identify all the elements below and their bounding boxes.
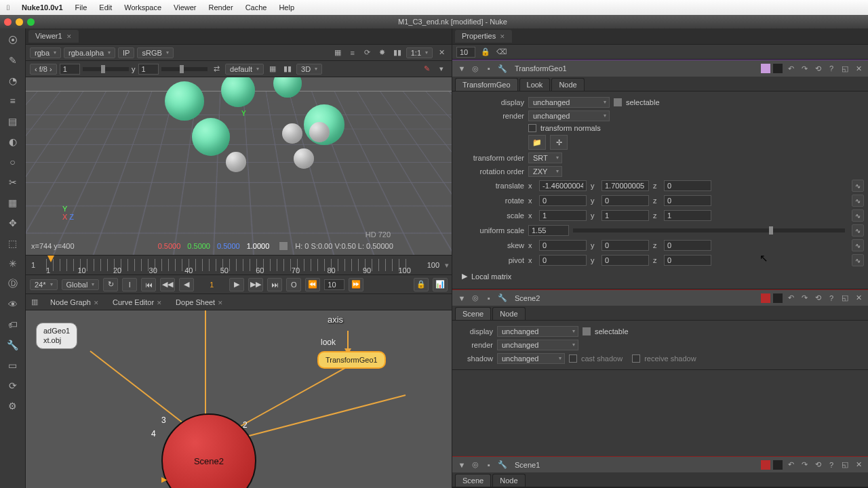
lock-icon[interactable]: 🔒 [414, 278, 429, 291]
translate-z-input[interactable] [664, 180, 711, 191]
sub-tab-node[interactable]: Node [492, 474, 525, 487]
gamma-input[interactable] [138, 64, 159, 75]
collapse-icon[interactable]: ▼ [456, 63, 467, 74]
alpha-dropdown[interactable]: rgba.alpha [64, 47, 115, 58]
sub-tab-look[interactable]: Look [519, 78, 551, 91]
node-name[interactable]: Scene1 [511, 461, 758, 469]
tool-image-icon[interactable]: ⦿ [5, 33, 20, 47]
skip-back-button[interactable]: ⏪ [305, 278, 320, 291]
skew-z-input[interactable] [664, 240, 711, 251]
channel-dropdown[interactable]: rgba [30, 47, 61, 58]
step-fwd-button[interactable]: ▶▶ [248, 278, 263, 291]
redo-icon[interactable]: ↷ [799, 63, 810, 74]
tool-filter-icon[interactable]: ◐ [5, 134, 20, 149]
help-icon[interactable]: ? [826, 293, 837, 304]
center-node-icon[interactable]: ◎ [470, 63, 481, 74]
selectable-checkbox[interactable] [583, 327, 591, 336]
tool-time-icon[interactable]: ◔ [5, 73, 20, 88]
cast-shadow-checkbox[interactable] [569, 354, 577, 363]
sub-tab-scene[interactable]: Scene [455, 474, 491, 487]
anim-menu-icon[interactable]: ∿ [852, 239, 864, 251]
tab-node-graph[interactable]: Node Graph✕ [43, 296, 106, 309]
tab-curve-editor[interactable]: Curve Editor✕ [106, 296, 169, 309]
tool-transform-icon[interactable]: ▦ [5, 195, 20, 210]
redo-icon[interactable]: ↷ [799, 460, 810, 470]
float-icon[interactable]: ◱ [840, 63, 850, 74]
node-titlebar[interactable]: ▼ ◎ ▪ 🔧 Scene1 ↶ ↷ ⟲ ? ◱ ✕ [452, 456, 868, 472]
scale-z-input[interactable] [664, 210, 711, 221]
render-dropdown[interactable]: unchanged [497, 340, 578, 350]
minimize-icon[interactable] [16, 18, 23, 26]
tile-color-swatch[interactable] [773, 293, 783, 303]
tool-all-icon[interactable]: ⚙ [5, 399, 20, 413]
pivot-y-input[interactable] [601, 255, 649, 266]
display-dropdown[interactable]: unchanged [528, 97, 610, 108]
pivot-x-input[interactable] [539, 255, 587, 266]
node-name[interactable]: TransformGeo1 [511, 64, 758, 73]
scene-sphere[interactable] [192, 118, 230, 156]
clear-panels-icon[interactable]: ⌫ [496, 46, 508, 58]
anim-menu-icon[interactable]: ∿ [852, 224, 864, 237]
node-state-icon[interactable]: ▪ [484, 293, 494, 304]
tile-color-swatch[interactable] [773, 64, 783, 73]
collapse-icon[interactable]: ▼ [456, 293, 467, 304]
scale-x-input[interactable] [539, 210, 587, 221]
timeline[interactable]: 1 100 ▾ 1102030405060708090100 [26, 255, 452, 275]
proxy-icon[interactable]: ▮▮ [281, 63, 294, 75]
rotate-x-input[interactable] [539, 195, 587, 206]
anim-menu-icon[interactable]: ∿ [852, 195, 864, 207]
viewer-canvas[interactable]: Y YX Z HD 720 x=744 y=400 0.5000 0.5000 … [26, 77, 452, 255]
dim-dropdown[interactable]: 3D [296, 64, 322, 75]
center-node-icon[interactable]: ◎ [470, 460, 481, 470]
sub-tab-node[interactable]: Node [551, 78, 584, 91]
tool-keyer-icon[interactable]: ○ [5, 155, 20, 169]
node-color-swatch[interactable] [761, 460, 770, 470]
menu-render[interactable]: Render [209, 3, 233, 12]
skip-fwd-button[interactable]: ⏩ [349, 278, 363, 291]
skew-x-input[interactable] [539, 240, 587, 251]
node-titlebar[interactable]: ▼ ◎ ▪ 🔧 TransformGeo1 ↶ ↷ ⟲ ? ◱ ✕ [452, 60, 868, 77]
uniform-scale-input[interactable] [528, 225, 569, 236]
go-first-button[interactable]: ⏮ [141, 278, 156, 291]
scene-sphere[interactable] [282, 123, 302, 144]
scene-sphere[interactable] [309, 122, 330, 142]
scene-sphere[interactable] [294, 148, 314, 169]
step-back-button[interactable]: ◀◀ [160, 278, 175, 291]
viewer-layout-icon[interactable]: ▦ [332, 47, 344, 59]
snap-button[interactable]: ✢ [550, 135, 568, 150]
go-last-button[interactable]: ⏭ [267, 278, 282, 291]
node-wrench-icon[interactable]: 🔧 [497, 460, 508, 470]
menu-edit[interactable]: Edit [99, 3, 112, 12]
node-name[interactable]: Scene2 [511, 294, 758, 302]
lock-panels-icon[interactable]: 🔒 [479, 46, 492, 58]
menu-viewer[interactable]: Viewer [174, 3, 196, 12]
ip-toggle[interactable]: IP [118, 47, 134, 58]
tool-draw-icon[interactable]: ✎ [5, 53, 20, 68]
close-icon[interactable] [4, 18, 12, 26]
float-icon[interactable]: ◱ [840, 293, 850, 304]
menu-workspace[interactable]: Workspace [124, 3, 161, 12]
tool-metadata-icon[interactable]: 🏷 [5, 317, 20, 332]
close-panel-icon[interactable]: ✕ [853, 293, 864, 304]
tool-3d-icon[interactable]: ✥ [5, 216, 20, 230]
zoom-icon[interactable] [27, 18, 35, 26]
node-color-swatch[interactable] [761, 293, 770, 303]
pivot-z-input[interactable] [664, 255, 711, 266]
tool-deep-icon[interactable]: ✳ [5, 256, 20, 271]
viewer-mode-dropdown[interactable]: default [225, 64, 264, 75]
render-dropdown[interactable]: unchanged [528, 110, 610, 121]
flipbook-icon[interactable]: 📊 [433, 278, 448, 291]
close-panel-icon[interactable]: ✕ [853, 63, 864, 74]
undo-icon[interactable]: ↶ [785, 460, 796, 470]
loop-icon[interactable]: ↻ [103, 278, 118, 291]
rotation-order-dropdown[interactable]: ZXY [528, 166, 562, 177]
tool-eye-icon[interactable]: 👁 [5, 297, 20, 312]
selectable-checkbox[interactable] [614, 98, 622, 106]
node-transformgeo[interactable]: TransformGeo1 [317, 351, 386, 369]
rotate-y-input[interactable] [601, 195, 649, 206]
current-frame[interactable]: 1 [198, 281, 225, 289]
tool-merge-icon[interactable]: ✂ [5, 175, 20, 190]
center-node-icon[interactable]: ◎ [470, 293, 481, 304]
fps-dropdown[interactable]: 24* [30, 279, 58, 290]
node-wrench-icon[interactable]: 🔧 [497, 63, 508, 74]
